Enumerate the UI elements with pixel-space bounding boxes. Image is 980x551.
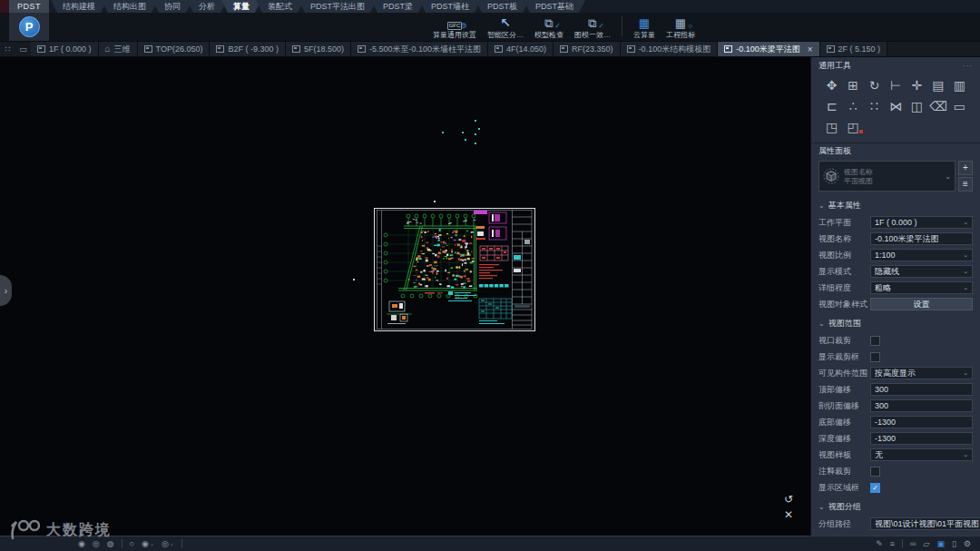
float-view-icon[interactable]: ▭ bbox=[15, 42, 31, 56]
array-icon[interactable]: ▤ bbox=[928, 78, 947, 93]
annotation-crop-checkbox[interactable] bbox=[870, 467, 880, 477]
menu-tab-5[interactable]: 装配式 bbox=[256, 0, 304, 13]
ellipsis-menu-icon[interactable]: ··· bbox=[963, 62, 973, 70]
type-selector[interactable]: 视图名称 平面视图 ⌄ bbox=[818, 161, 956, 192]
view-template-select[interactable]: 无⌄ bbox=[870, 448, 973, 461]
trim-icon[interactable]: ⊢ bbox=[886, 78, 905, 93]
section-title: 基本属性 bbox=[828, 200, 861, 212]
detail-level-select[interactable]: 粗略⌄ bbox=[870, 281, 973, 294]
match-props-icon[interactable]: ◳ bbox=[822, 120, 841, 134]
rotate-icon[interactable]: ↻ bbox=[865, 78, 884, 93]
copy-icon[interactable]: ⊞ bbox=[843, 78, 862, 93]
visibility-annotation-icon[interactable]: ◎ bbox=[93, 539, 100, 548]
view-name-input[interactable]: -0.100米梁平法图 bbox=[870, 232, 973, 245]
box-select-icon[interactable]: ▱ bbox=[924, 539, 930, 548]
add-type-button[interactable]: + bbox=[958, 161, 973, 175]
view-tab-6[interactable]: 4F(14.050) bbox=[488, 42, 554, 56]
outline-box-icon[interactable]: ▯ bbox=[952, 539, 956, 548]
view-tab-4[interactable]: 5F(18.500) bbox=[286, 42, 351, 56]
align-icon[interactable]: ✛ bbox=[907, 78, 926, 93]
quantity-general-settings-button[interactable]: GFC⚙算量通用设置 bbox=[428, 13, 481, 40]
project-metrics-button[interactable]: ▦○工程指标 bbox=[662, 13, 700, 40]
close-icon[interactable]: ✕ bbox=[784, 509, 793, 520]
property-label: 工作平面 bbox=[818, 217, 870, 229]
statusbar-separator bbox=[181, 539, 182, 548]
menu-tab-7[interactable]: PDST梁 bbox=[371, 0, 425, 13]
view-tab-3[interactable]: B2F ( -9.300 ) bbox=[210, 42, 286, 56]
menu-bar: PDST 结构建模结构出图协同分析算量装配式PDST平法出图PDST梁PDST墙… bbox=[0, 0, 980, 13]
workset-tool-icon[interactable]: ✎ bbox=[876, 539, 883, 548]
selection-options-icon[interactable]: ◎⌄ bbox=[162, 539, 174, 548]
display-options-icon[interactable]: ◉⌄ bbox=[142, 539, 154, 548]
filter-list-icon[interactable]: ≡ bbox=[890, 539, 895, 548]
group-path-input[interactable]: 视图\01设计视图\01平面视图 bbox=[870, 517, 980, 530]
view-tab-9[interactable]: -0.100米梁平法图× bbox=[718, 42, 819, 56]
cloud-quantity-button[interactable]: ▦云算量 bbox=[629, 13, 660, 40]
undo-icon[interactable]: ↺ bbox=[784, 494, 793, 505]
section-header-1[interactable]: ⌄视图范围 bbox=[811, 312, 980, 332]
view-tab-8[interactable]: -0.100米结构模板图 bbox=[621, 42, 719, 56]
input-value: -1300 bbox=[875, 434, 896, 443]
section-header-2[interactable]: ⌄视图分组 bbox=[811, 496, 980, 516]
grid-dots-icon[interactable]: ∷ bbox=[0, 42, 15, 56]
type-list-button[interactable]: ≡ bbox=[958, 177, 973, 192]
stretch-icon[interactable]: ⊏ bbox=[822, 99, 841, 113]
viewport-crop-checkbox[interactable] bbox=[870, 336, 880, 346]
menu-tab-2[interactable]: 协同 bbox=[152, 0, 192, 13]
view-tab-5[interactable]: -5.500米至-0.100米墙柱平法图 bbox=[351, 42, 488, 56]
model-drawing-consistency-button[interactable]: ⧉✓图模一致… bbox=[570, 13, 615, 40]
snap-toggle-icon[interactable]: ○ bbox=[130, 539, 134, 548]
match-display-icon[interactable]: ◰ bbox=[843, 120, 862, 134]
top-offset-input[interactable]: 300 bbox=[870, 383, 973, 396]
mirror-icon[interactable]: ⋈ bbox=[886, 99, 905, 113]
panel-collapse-handle[interactable]: › bbox=[0, 275, 12, 306]
menu-tab-4[interactable]: 算量 bbox=[221, 0, 261, 13]
menu-tab-10[interactable]: PDST基础 bbox=[524, 0, 585, 13]
view-tab-7[interactable]: RF(23.350) bbox=[554, 42, 621, 56]
close-tab-icon[interactable]: × bbox=[808, 44, 813, 54]
active-box-icon[interactable]: ▣ bbox=[936, 539, 945, 548]
bottom-offset-input[interactable]: -1300 bbox=[870, 416, 973, 428]
menu-tab-3[interactable]: 分析 bbox=[187, 0, 227, 13]
group-icon[interactable]: ∷ bbox=[865, 99, 884, 113]
settings-gear-icon[interactable]: ⚙ bbox=[964, 539, 971, 548]
view-tab-1[interactable]: ⌂三维 bbox=[99, 42, 138, 56]
menu-tab-0[interactable]: 结构建模 bbox=[51, 0, 107, 13]
link-chain-icon[interactable]: ∞ bbox=[910, 539, 916, 548]
menu-tab-8[interactable]: PDST墙柱 bbox=[419, 0, 481, 13]
chevron-down-icon: ⌄ bbox=[818, 503, 825, 511]
view-scale-select[interactable]: 1:100⌄ bbox=[870, 249, 973, 261]
measure-icon[interactable]: ▭ bbox=[950, 99, 969, 113]
model-check-button[interactable]: ⧉✓模型检查 bbox=[530, 13, 568, 40]
move-icon[interactable]: ✥ bbox=[822, 78, 841, 93]
section-header-0[interactable]: ⌄基本属性 bbox=[811, 194, 980, 214]
property-label: 视图名称 bbox=[818, 233, 870, 245]
split-icon[interactable]: ◫ bbox=[907, 99, 926, 113]
show-region-box-checkbox[interactable]: ✓ bbox=[870, 483, 880, 493]
path-array-icon[interactable]: ∴ bbox=[843, 99, 862, 113]
cut-plane-offset-input[interactable]: 300 bbox=[870, 399, 973, 412]
view-object-style-button[interactable]: 设置 bbox=[870, 298, 973, 310]
view-tab-label: -5.500米至-0.100米墙柱平法图 bbox=[369, 44, 481, 55]
work-plane-select[interactable]: 1F ( 0.000 )⌄ bbox=[870, 216, 973, 229]
canvas-dot-4 bbox=[442, 132, 444, 133]
depth-offset-input[interactable]: -1300 bbox=[870, 432, 973, 445]
view-tab-10[interactable]: 2F ( 5.150 ) bbox=[820, 42, 888, 56]
delete-icon[interactable]: ⌫ bbox=[928, 99, 947, 113]
app-button[interactable]: P bbox=[9, 13, 49, 41]
menu-tab-9[interactable]: PDST板 bbox=[475, 0, 529, 13]
visibility-model-icon[interactable]: ◉ bbox=[78, 539, 85, 548]
menu-tab-6[interactable]: PDST平法出图 bbox=[299, 0, 377, 13]
menu-tab-1[interactable]: 结构出图 bbox=[102, 0, 158, 13]
show-crop-box-checkbox[interactable] bbox=[870, 352, 880, 362]
print-icon[interactable]: ▥ bbox=[950, 78, 969, 93]
smart-distinguish-button[interactable]: ↖智能区分… bbox=[483, 13, 528, 40]
view-tab-2[interactable]: TOP(26.050) bbox=[138, 42, 211, 56]
drawing-canvas[interactable]: › ↺ ✕ bbox=[0, 57, 810, 536]
view-tab-0[interactable]: 1F ( 0.000 ) bbox=[31, 42, 99, 56]
display-mode-select[interactable]: 隐藏线⌄ bbox=[870, 265, 973, 278]
type-line-2: 平面视图 bbox=[844, 177, 940, 185]
visibility-analytic-icon[interactable]: ◍ bbox=[107, 539, 114, 548]
ribbon-separator bbox=[622, 16, 622, 36]
visible-component-range-select[interactable]: 按高度显示⌄ bbox=[870, 367, 973, 379]
